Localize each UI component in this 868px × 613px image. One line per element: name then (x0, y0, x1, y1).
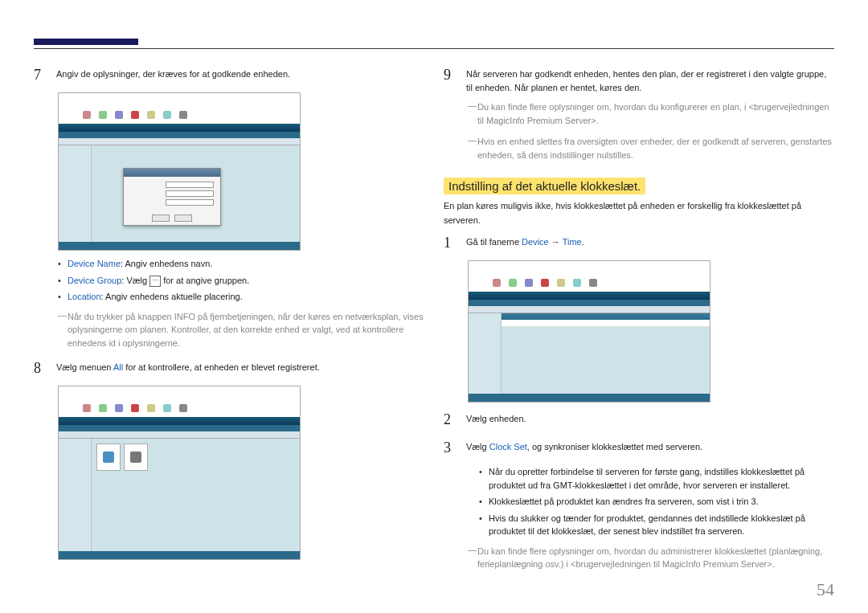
step-1-text: Gå til fanerne Device → Time. (466, 232, 834, 254)
nav-icon (83, 111, 91, 119)
nav-icon (131, 404, 139, 412)
kw-all: All (113, 362, 123, 372)
nav-icon (147, 404, 155, 412)
kw-device: Device (522, 237, 549, 247)
nav-icon (163, 404, 171, 412)
kw-time: Time (563, 237, 582, 247)
header-rule (34, 48, 834, 49)
step-7-text: Angiv de oplysninger, der kræves for at … (56, 64, 424, 86)
kw-device-group: Device Group (68, 276, 121, 285)
note-step9a: Du kan finde flere oplysninger om, hvord… (468, 100, 834, 127)
ellipsis-button-icon: ··· (149, 276, 161, 287)
step-number-7: 7 (34, 64, 48, 86)
bullet-device-name: Device Name: Angiv enhedens navn. (58, 257, 424, 271)
approve-modal (123, 168, 221, 226)
nav-icon (557, 279, 565, 287)
step-3-text: Vælg Clock Set, og synkroniser klokkeslæ… (466, 437, 834, 459)
section-heading-clock: Indstilling af det aktuelle klokkeslæt. (444, 178, 645, 194)
nav-icon (525, 279, 533, 287)
nav-icon (147, 111, 155, 119)
header-accent-bar (34, 39, 138, 45)
nav-icon (99, 404, 107, 412)
step-number-1: 1 (444, 232, 458, 254)
left-column: 7 Angiv de oplysninger, der kræves for a… (34, 64, 424, 579)
device-tile (124, 443, 148, 471)
nav-icon (179, 404, 187, 412)
nav-icon (493, 279, 501, 287)
step-number-2: 2 (444, 409, 458, 431)
bullet-location: Location: Angiv enhedens aktuelle placer… (58, 290, 424, 304)
step-number-8: 8 (34, 358, 48, 379)
bullet-clock-3: Hvis du slukker og tænder for produktet,… (479, 512, 834, 538)
section-intro: En plan køres muligvis ikke, hvis klokke… (444, 199, 834, 227)
nav-icon (163, 111, 171, 119)
nav-icon (509, 279, 517, 287)
screenshot-device-time (468, 260, 710, 403)
step-number-9: 9 (444, 64, 458, 94)
nav-icon (179, 111, 187, 119)
page-number: 54 (817, 579, 834, 600)
nav-icon (131, 111, 139, 119)
nav-icon (541, 279, 549, 287)
right-column: 9 Når serveren har godkendt enheden, hen… (444, 64, 834, 579)
nav-icon (99, 111, 107, 119)
kw-device-name: Device Name (68, 259, 121, 268)
screenshot-device-all (58, 386, 301, 560)
device-tile (96, 443, 121, 471)
nav-icon (573, 279, 581, 287)
nav-icon (589, 279, 597, 287)
step-8-text: Vælg menuen All for at kontrollere, at e… (56, 358, 424, 379)
step-9-text: Når serveren har godkendt enheden, hente… (466, 64, 834, 94)
bullet-clock-2: Klokkeslættet på produktet kan ændres fr… (479, 495, 834, 509)
nav-icon (83, 404, 91, 412)
kw-location: Location (68, 292, 101, 301)
screenshot-device-approve (58, 92, 301, 251)
nav-icon (115, 111, 123, 119)
nav-icon (115, 404, 123, 412)
step-number-3: 3 (444, 437, 458, 459)
note-step7: Når du trykker på knappen INFO på fjernb… (58, 310, 424, 350)
kw-clock-set: Clock Set (489, 442, 527, 452)
bullet-clock-1: Når du opretter forbindelse til serveren… (479, 465, 834, 492)
note-end: Du kan finde flere oplysninger om, hvord… (468, 545, 834, 571)
note-step9b: Hvis en enhed slettes fra oversigten ove… (468, 135, 834, 161)
step-2-text: Vælg enheden. (466, 409, 834, 431)
bullet-device-group: Device Group: Vælg ··· for at angive gru… (58, 274, 424, 288)
